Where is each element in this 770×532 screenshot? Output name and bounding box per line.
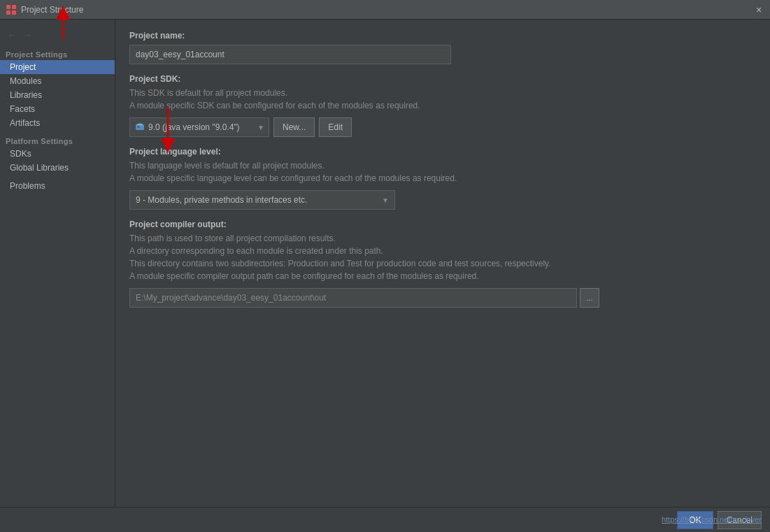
main-container: ← → Project Settings Project Modules Lib… [0,20,770,532]
project-name-input[interactable] [129,45,451,64]
sidebar-item-libraries-label: Libraries [10,90,42,100]
svg-point-5 [137,124,143,126]
svg-rect-6 [137,126,140,128]
sidebar-item-problems[interactable]: Problems [0,179,115,193]
sidebar-item-modules-label: Modules [10,76,41,86]
language-dropdown-text: 9 - Modules, private methods in interfac… [136,195,379,205]
close-button[interactable]: × [753,4,764,15]
sdk-row: 9.0 (java version "9.0.4") ▼ New... Edit [129,117,756,137]
language-description: This language level is default for all p… [129,159,756,185]
project-sdk-title: Project SDK: [129,74,756,84]
language-dropdown[interactable]: 9 - Modules, private methods in interfac… [129,190,395,210]
sidebar-item-sdks[interactable]: SDKs [0,147,115,161]
svg-rect-2 [6,10,10,15]
compiler-output-row: ... [129,288,756,308]
url-text: https://blog.csdn.net/as_lover [662,515,762,524]
compiler-desc-line4: A module specific compiler output path c… [129,271,479,281]
sidebar-item-global-libraries-label: Global Libraries [10,163,69,173]
sidebar: ← → Project Settings Project Modules Lib… [0,20,115,532]
content-area: Project name: Project SDK: This SDK is d… [115,20,770,532]
sdk-dropdown-arrow: ▼ [257,124,264,131]
compiler-desc-line3: This directory contains two subdirectori… [129,259,551,268]
url-bar-overlay: https://blog.csdn.net/as_lover [662,507,770,532]
sdk-desc-line2: A module specific SDK can be configured … [129,101,420,110]
language-desc-line2: A module specific language level can be … [129,173,457,183]
nav-back-button[interactable]: ← [6,28,18,42]
sidebar-item-artifacts-label: Artifacts [10,118,40,128]
svg-rect-3 [12,10,16,15]
sdk-description: This SDK is default for all project modu… [129,87,756,112]
language-desc-line1: This language level is default for all p… [129,161,325,171]
sidebar-item-artifacts[interactable]: Artifacts [0,116,115,130]
language-dropdown-row: 9 - Modules, private methods in interfac… [129,190,756,210]
bottom-bar: OK Cancel [0,507,770,532]
project-language-title: Project language level: [129,147,756,157]
language-dropdown-arrow: ▼ [382,196,389,204]
bottom-content: OK Cancel [8,511,762,529]
sdk-dropdown[interactable]: 9.0 (java version "9.0.4") ▼ [129,117,269,137]
sidebar-item-libraries[interactable]: Libraries [0,88,115,102]
platform-settings-label: Platform Settings [0,134,115,147]
compiler-output-title: Project compiler output: [129,220,756,229]
sidebar-item-modules[interactable]: Modules [0,74,115,88]
title-bar-left: Project Structure [6,4,83,15]
nav-forward-button[interactable]: → [21,28,34,42]
sidebar-item-global-libraries[interactable]: Global Libraries [0,161,115,175]
sidebar-item-facets[interactable]: Facets [0,102,115,116]
compiler-path-input[interactable] [129,288,577,308]
project-name-label: Project name: [129,31,756,41]
sidebar-item-problems-label: Problems [10,181,45,191]
title-bar: Project Structure × [0,0,770,20]
project-settings-label: Project Settings [0,48,115,60]
compiler-desc-line1: This path is used to store all project c… [129,233,336,243]
svg-rect-0 [6,5,10,9]
browse-button[interactable]: ... [580,288,599,308]
sidebar-item-facets-label: Facets [10,104,35,114]
sidebar-item-sdks-label: SDKs [10,149,31,159]
compiler-description: This path is used to store all project c… [129,232,756,282]
sdk-new-button[interactable]: New... [273,117,315,137]
sdk-dropdown-text: 9.0 (java version "9.0.4") [148,122,255,132]
svg-rect-1 [12,5,16,9]
sdk-disk-icon [134,122,145,133]
window-title: Project Structure [21,5,83,15]
compiler-desc-line2: A directory corresponding to each module… [129,246,383,256]
sdk-desc-line1: This SDK is default for all project modu… [129,88,287,98]
nav-arrows: ← → [0,25,115,48]
sidebar-item-project-label: Project [10,62,36,72]
project-structure-icon [6,4,17,15]
sidebar-item-project[interactable]: Project [0,60,115,74]
sdk-edit-button[interactable]: Edit [319,117,352,137]
